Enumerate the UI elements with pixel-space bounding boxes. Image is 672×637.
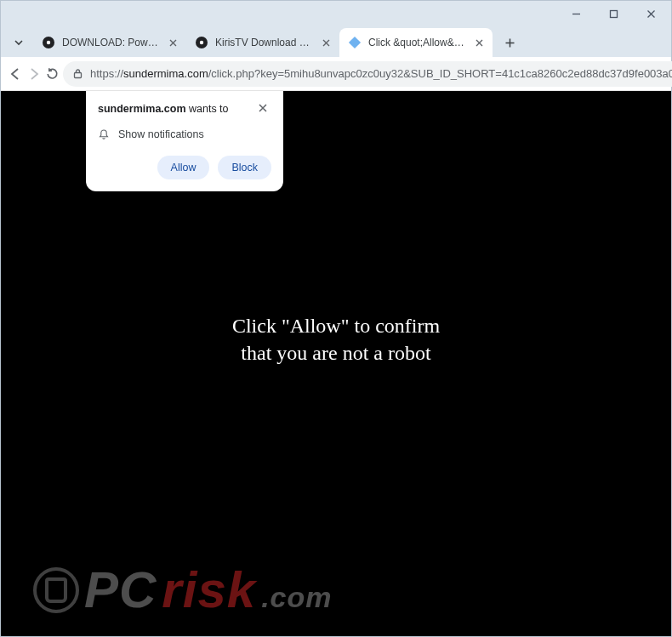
tab-title: DOWNLOAD: Power Book II: G...	[62, 37, 159, 48]
page-message: Click "Allow" to confirm that you are no…	[232, 312, 440, 367]
svg-point-2	[47, 41, 50, 44]
tab-favicon-icon	[195, 36, 208, 49]
tab-title: KirisTV Download Page — Kiris	[215, 37, 312, 48]
watermark-com: .com	[261, 581, 332, 614]
notification-allow-button[interactable]: Allow	[157, 156, 210, 179]
tab-2[interactable]: KirisTV Download Page — Kiris	[186, 28, 339, 57]
window-titlebar	[1, 1, 671, 26]
page-content: sundermima.com wants to Show notificatio…	[1, 91, 671, 636]
address-bar[interactable]: https://sundermima.com/click.php?key=5mi…	[63, 61, 672, 87]
watermark-shield-icon	[33, 567, 79, 613]
tab-1[interactable]: DOWNLOAD: Power Book II: G...	[33, 28, 186, 57]
nav-reload-button[interactable]	[45, 60, 60, 88]
tab-strip: DOWNLOAD: Power Book II: G... KirisTV Do…	[1, 26, 671, 57]
svg-rect-0	[610, 10, 617, 17]
url-text: https://sundermima.com/click.php?key=5mi…	[90, 67, 672, 80]
notification-block-button[interactable]: Block	[218, 156, 271, 179]
tab-3-active[interactable]: Click &quot;Allow&quot;	[339, 28, 493, 57]
notification-site: sundermima.com	[98, 103, 186, 115]
tab-favicon-icon	[348, 36, 362, 49]
url-path: /click.php?key=5mihu8unvapc0zc0uy32&SUB_…	[208, 67, 672, 80]
watermark-pc: PC	[84, 560, 157, 619]
watermark-risk: risk	[162, 560, 256, 619]
tab-close-icon[interactable]	[166, 36, 179, 49]
notification-prompt-text: sundermima.com wants to	[98, 103, 229, 115]
watermark: PCrisk.com	[33, 560, 332, 619]
svg-point-4	[200, 41, 203, 44]
nav-forward-button[interactable]	[26, 60, 42, 88]
lock-icon	[71, 68, 83, 80]
tab-search-button[interactable]	[8, 31, 30, 54]
browser-toolbar: https://sundermima.com/click.php?key=5mi…	[1, 57, 671, 91]
tab-title: Click &quot;Allow&quot;	[368, 37, 465, 48]
tab-close-icon[interactable]	[319, 36, 333, 49]
notification-wants-to: wants to	[186, 103, 229, 115]
bell-icon	[98, 128, 110, 140]
nav-back-button[interactable]	[8, 60, 23, 88]
notification-close-button[interactable]	[258, 103, 271, 117]
svg-rect-5	[349, 37, 361, 48]
notification-permission-label: Show notifications	[118, 128, 204, 140]
tab-favicon-icon	[42, 36, 55, 49]
window-maximize-button[interactable]	[595, 2, 632, 26]
svg-rect-6	[74, 73, 81, 78]
url-host: sundermima.com	[123, 67, 208, 80]
browser-window: DOWNLOAD: Power Book II: G... KirisTV Do…	[0, 0, 672, 637]
window-minimize-button[interactable]	[557, 2, 595, 26]
window-close-button[interactable]	[632, 2, 669, 26]
notification-permission-popup: sundermima.com wants to Show notificatio…	[86, 91, 283, 191]
tab-close-icon[interactable]	[472, 36, 486, 49]
url-scheme: https://	[90, 67, 123, 80]
new-tab-button[interactable]	[498, 31, 521, 54]
